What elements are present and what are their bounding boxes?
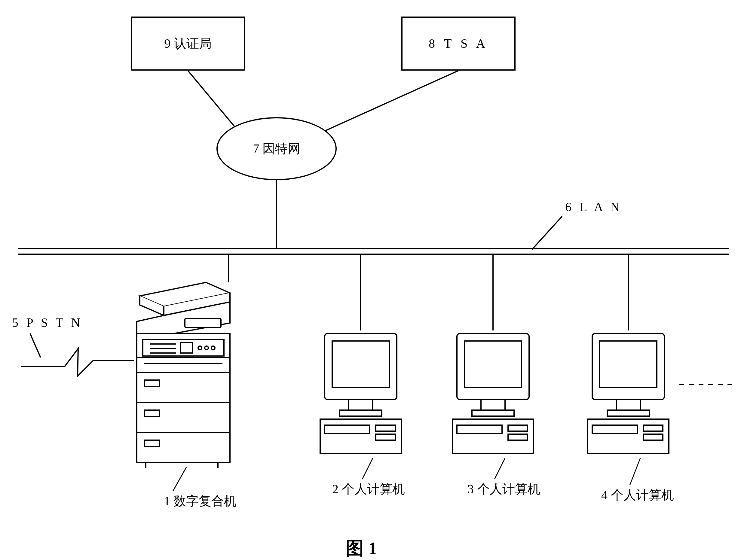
mfp-label: 1 数字复合机 xyxy=(164,493,237,510)
figure-caption: 图 1 xyxy=(346,536,377,560)
svg-line-12 xyxy=(173,467,187,491)
svg-line-11 xyxy=(30,334,41,358)
svg-rect-55 xyxy=(607,410,649,416)
svg-line-5 xyxy=(532,216,562,249)
svg-rect-39 xyxy=(340,410,382,416)
svg-point-23 xyxy=(198,346,202,350)
svg-line-14 xyxy=(494,458,505,479)
svg-rect-16 xyxy=(185,319,221,328)
svg-rect-37 xyxy=(332,341,389,388)
svg-rect-41 xyxy=(325,425,370,434)
svg-rect-45 xyxy=(464,341,521,388)
ca-label: 9 认证局 xyxy=(164,35,212,52)
svg-rect-31 xyxy=(144,410,159,417)
svg-rect-47 xyxy=(472,410,514,416)
pc2-label: 2 个人计算机 xyxy=(332,481,405,498)
pc3-device xyxy=(448,331,538,460)
svg-line-13 xyxy=(362,458,373,479)
pstn-label: 5 P S T N xyxy=(12,316,83,330)
svg-rect-53 xyxy=(600,341,657,388)
internet-ellipse: 7 因特网 xyxy=(217,117,337,180)
tsa-label: 8 T S A xyxy=(429,36,488,51)
internet-label: 7 因特网 xyxy=(253,140,300,157)
svg-rect-33 xyxy=(144,440,159,447)
lan-label: 6 L A N xyxy=(565,200,622,214)
svg-line-1 xyxy=(319,71,458,134)
svg-point-25 xyxy=(211,346,215,350)
svg-rect-49 xyxy=(457,425,502,434)
svg-rect-43 xyxy=(376,434,395,440)
svg-rect-54 xyxy=(616,400,640,410)
svg-rect-50 xyxy=(508,425,527,431)
connection-lines xyxy=(0,0,738,560)
mfp-device xyxy=(128,279,236,469)
svg-point-24 xyxy=(205,346,208,350)
svg-rect-46 xyxy=(481,400,505,410)
svg-line-15 xyxy=(630,458,640,485)
svg-rect-42 xyxy=(376,425,395,431)
svg-rect-26 xyxy=(137,358,230,373)
svg-rect-51 xyxy=(508,434,527,440)
svg-rect-32 xyxy=(137,433,230,463)
ca-box: 9 认证局 xyxy=(131,17,245,71)
svg-rect-29 xyxy=(144,380,159,387)
svg-rect-59 xyxy=(643,434,663,440)
pc2-device xyxy=(316,331,406,460)
svg-rect-58 xyxy=(643,425,663,431)
pc4-label: 4 个人计算机 xyxy=(601,487,674,504)
pc4-device xyxy=(583,331,673,460)
pc3-label: 3 个人计算机 xyxy=(467,481,540,498)
svg-rect-22 xyxy=(180,343,193,353)
tsa-box: 8 T S A xyxy=(401,17,515,71)
svg-rect-57 xyxy=(592,425,637,434)
svg-rect-30 xyxy=(137,403,230,433)
svg-rect-28 xyxy=(137,373,230,403)
svg-line-0 xyxy=(188,71,241,134)
svg-rect-38 xyxy=(349,400,373,410)
